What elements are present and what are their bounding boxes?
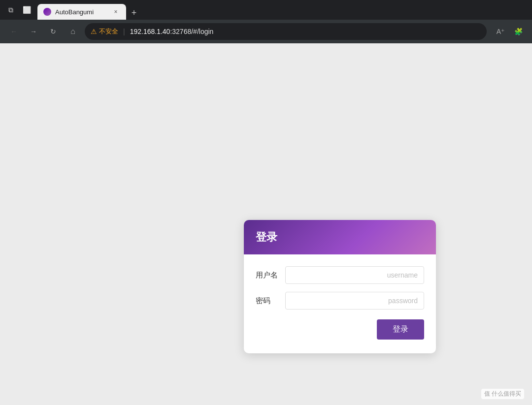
login-card-header: 登录 <box>244 220 436 254</box>
window-tile-right-btn[interactable]: ⬜ <box>20 3 33 17</box>
forward-button[interactable]: → <box>26 24 41 39</box>
address-bar[interactable]: ⚠ 不安全 | 192.168.1.40:32768/#/login <box>85 23 487 40</box>
refresh-button[interactable]: ↻ <box>45 24 61 39</box>
address-separator: | <box>123 28 125 35</box>
watermark-text: 值 什么值得买 <box>484 390 521 397</box>
watermark: 值 什么值得买 <box>481 389 524 399</box>
active-tab[interactable]: AutoBangumi × <box>37 4 126 20</box>
password-input[interactable] <box>285 292 424 310</box>
back-button[interactable]: ← <box>6 24 22 39</box>
login-title: 登录 <box>256 231 277 243</box>
warning-icon: ⚠ <box>91 28 97 35</box>
login-button[interactable]: 登录 <box>377 319 424 340</box>
url-port: :32768 <box>170 28 191 35</box>
window-tile-left-btn[interactable]: ⧉ <box>4 3 18 17</box>
read-aloud-icon: A⁺ <box>497 28 504 35</box>
page-content: 登录 用户名 密码 登录 值 什么值得买 <box>0 43 532 405</box>
tab-close-button[interactable]: × <box>111 7 120 16</box>
browser-actions: A⁺ 🧩 <box>493 24 526 39</box>
security-warning: ⚠ 不安全 <box>91 27 118 36</box>
home-button[interactable]: ⌂ <box>65 24 81 39</box>
tab-favicon <box>43 8 51 16</box>
browser-title-bar: ⧉ ⬜ AutoBangumi × + <box>0 0 532 20</box>
button-row: 登录 <box>256 319 424 340</box>
address-url: 192.168.1.40:32768/#/login <box>130 28 214 35</box>
extensions-button[interactable]: 🧩 <box>510 24 526 39</box>
address-bar-container: ← → ↻ ⌂ ⚠ 不安全 | 192.168.1.40:32768/#/log… <box>0 20 532 43</box>
login-card: 登录 用户名 密码 登录 <box>244 220 436 353</box>
tab-bar: AutoBangumi × + <box>37 0 141 20</box>
browser-window-controls: ⧉ ⬜ <box>4 3 33 17</box>
username-input[interactable] <box>285 266 424 284</box>
security-text: 不安全 <box>99 27 118 36</box>
url-path: /#/login <box>191 28 213 35</box>
username-label: 用户名 <box>256 271 285 280</box>
extensions-icon: 🧩 <box>514 28 523 35</box>
password-label: 密码 <box>256 296 285 306</box>
read-aloud-button[interactable]: A⁺ <box>493 24 508 39</box>
url-host: 192.168.1.40 <box>130 28 170 35</box>
password-row: 密码 <box>256 292 424 310</box>
login-card-body: 用户名 密码 登录 <box>244 254 436 353</box>
username-row: 用户名 <box>256 266 424 284</box>
tab-label: AutoBangumi <box>55 8 107 16</box>
new-tab-button[interactable]: + <box>127 6 141 20</box>
